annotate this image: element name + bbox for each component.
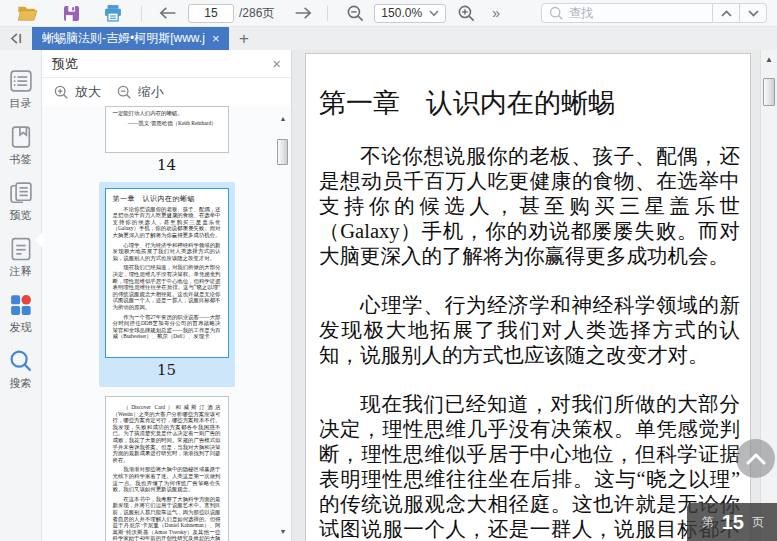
search-input[interactable] bbox=[569, 6, 699, 20]
thumbnail-scrollbar[interactable]: ▲ ▼ bbox=[276, 106, 290, 541]
open-file-button[interactable] bbox=[16, 3, 38, 23]
toolbar-separator bbox=[141, 6, 142, 21]
scroll-down-arrow-icon[interactable]: ▼ bbox=[276, 527, 290, 537]
thumb15-paragraph: 不论你想说服你的老板、孩子、配偶，还是想动员千百万人吃更健康的食物、在选举中支持… bbox=[113, 206, 221, 239]
preview-panel-tools: 放大 缩小 bbox=[42, 78, 291, 106]
thumbnail-zoom-out-label[interactable]: 缩小 bbox=[138, 83, 164, 101]
toolbar-separator bbox=[327, 6, 328, 21]
collapse-left-icon bbox=[8, 31, 25, 46]
thumb15-paragraph: 现在我们已经知道，对我们所做的大部分决定，理性思维几乎没有决策权。单凭感觉判断，… bbox=[113, 264, 221, 310]
window-body: 目录 书签 bbox=[0, 50, 777, 541]
page-indicator-badge: 第 15 页 bbox=[687, 503, 777, 541]
next-page-button[interactable] bbox=[294, 5, 313, 21]
sidebar-item-discover[interactable]: 发现 bbox=[8, 292, 34, 335]
main-toolbar: /286页 150.0% bbox=[0, 0, 777, 27]
collapse-sidebar-button[interactable] bbox=[0, 27, 32, 50]
more-tools-button[interactable]: » bbox=[492, 5, 500, 21]
pages-preview-icon bbox=[8, 180, 34, 206]
sidebar-item-bookmarks[interactable]: 书签 bbox=[8, 124, 34, 167]
thumbnail-list: 一定能打动人们内在的蜥蜴。 ——凯文·雷恩哈德（Keith Reinhard） … bbox=[42, 106, 291, 541]
chapter-number: 第一章 bbox=[319, 88, 400, 118]
preview-panel: 预览 × 放大 bbox=[42, 50, 292, 541]
document-scrollbar-thumb[interactable] bbox=[763, 78, 775, 106]
thumbnail-page-15-selected[interactable]: 第一章 认识内在的蜥蜴 不论你想说服你的老板、孩子、配偶，还是想动员千百万人吃更… bbox=[99, 182, 235, 387]
bookmark-icon bbox=[8, 124, 34, 150]
document-view: 第一章 认识内在的蜥蜴 不论你想说服你的老板、孩子、配偶，还是想动员千百万人吃更… bbox=[292, 50, 777, 541]
active-panel-notch bbox=[35, 232, 43, 248]
thumbnail-page-16[interactable]: （Discover Card）和威斯汀酒店（Westin）之类的大客户分析哪些方… bbox=[42, 396, 291, 541]
new-tab-button[interactable]: + bbox=[229, 27, 259, 50]
next-match-button[interactable] bbox=[740, 3, 767, 23]
thumbnail-page-number: 15 bbox=[104, 358, 230, 387]
close-panel-icon[interactable]: × bbox=[272, 56, 281, 71]
zoom-out-button[interactable] bbox=[346, 4, 365, 23]
search-group bbox=[541, 3, 767, 23]
document-paragraph: 现在我们已经知道，对我们所做的大部分决定，理性思维几乎没有决策权。单凭感觉判断，… bbox=[319, 392, 740, 541]
chevron-down-icon bbox=[748, 10, 759, 17]
magnifier-minus-icon bbox=[346, 4, 365, 23]
magnifier-plus-icon bbox=[457, 4, 476, 23]
thumb14-text: 一定能打动人们内在的蜥蜴。 bbox=[113, 110, 221, 117]
thumbnail-zoom-out-button[interactable] bbox=[117, 85, 132, 100]
thumb16-paragraph: 我渐渐对那些将大脑中的隐秘区域暴露于光线下的科学家着了迷。人类这是第一次做到这一… bbox=[113, 466, 221, 492]
print-button[interactable] bbox=[103, 3, 123, 23]
sidebar-item-search[interactable]: 搜索 bbox=[8, 348, 34, 391]
discover-icon bbox=[8, 292, 34, 318]
save-icon bbox=[62, 4, 81, 23]
zoom-level-select[interactable]: 150.0% bbox=[374, 4, 446, 23]
sidebar-item-preview[interactable]: 预览 bbox=[8, 180, 34, 223]
toc-icon bbox=[8, 68, 34, 94]
sidebar-item-label: 注释 bbox=[10, 264, 32, 279]
preview-panel-title: 预览 bbox=[52, 55, 78, 73]
scroll-up-arrow-icon[interactable]: ▲ bbox=[276, 114, 290, 124]
page-indicator-suffix: 页 bbox=[752, 514, 764, 531]
thumb15-paragraph: 心理学、行为经济学和神经科学领域的新发现极大地拓展了我们对人类选择方式的认知，说… bbox=[113, 242, 221, 262]
navigation-sidebar: 目录 书签 bbox=[0, 50, 42, 541]
back-to-top-button[interactable] bbox=[736, 439, 775, 478]
folder-open-icon bbox=[16, 3, 38, 23]
scroll-up-arrow-icon[interactable]: ▲ bbox=[761, 55, 777, 64]
thumbnail-page-14[interactable]: 一定能打动人们内在的蜥蜴。 ——凯文·雷恩哈德（Keith Reinhard） … bbox=[42, 106, 291, 182]
chevron-down-icon bbox=[429, 10, 439, 17]
page-number-input[interactable] bbox=[188, 4, 234, 23]
tab-close-icon[interactable]: × bbox=[210, 32, 222, 45]
thumbnail-zoom-in-button[interactable] bbox=[54, 85, 69, 100]
save-button[interactable] bbox=[62, 4, 81, 23]
thumb16-paragraph: （Discover Card）和威斯汀酒店（Westin）之类的大客户分析哪些方… bbox=[113, 404, 221, 463]
thumb16-paragraph: 在这本书中，我考察了大脑科学方面的最新发现，并将它们运用于说服艺术中。直到目前，… bbox=[113, 496, 221, 541]
document-tab[interactable]: 蜥蜴脑法则-吉姆•柯明斯[www.j × bbox=[32, 27, 229, 50]
arrow-left-icon bbox=[158, 5, 177, 21]
previous-match-button[interactable] bbox=[713, 3, 740, 23]
thumbnail-scrollbar-thumb[interactable] bbox=[277, 139, 288, 165]
printer-icon bbox=[103, 3, 123, 23]
thumb15-paragraph: 作为一个有27年资历的职业说客——大部分时间担任DDB芝加哥分公司的首席战略决策… bbox=[113, 314, 221, 340]
page-indicator-number: 15 bbox=[722, 511, 744, 534]
sidebar-item-label: 目录 bbox=[10, 96, 32, 111]
page-indicator-prefix: 第 bbox=[702, 514, 714, 531]
arrow-right-icon bbox=[294, 5, 313, 21]
thumb15-title: 第一章 认识内在的蜥蜴 bbox=[113, 196, 221, 203]
sidebar-item-annotations[interactable]: 注释 bbox=[8, 236, 34, 279]
pdf-reader-window: /286页 150.0% bbox=[0, 0, 777, 541]
thumbnail-page-number: 14 bbox=[42, 153, 291, 182]
tab-bar: 蜥蜴脑法则-吉姆•柯明斯[www.j × + bbox=[0, 27, 777, 50]
document-page[interactable]: 第一章 认识内在的蜥蜴 不论你想说服你的老板、孩子、配偶，还是想动员千百万人吃更… bbox=[305, 53, 751, 541]
document-body: 不论你想说服你的老板、孩子、配偶，还是想动员千百万人吃更健康的食物、在选举中支持… bbox=[319, 144, 740, 541]
search-field[interactable] bbox=[541, 3, 713, 23]
chapter-name: 认识内在的蜥蜴 bbox=[426, 88, 615, 118]
thumb14-attribution: ——凯文·雷恩哈德（Keith Reinhard） bbox=[113, 120, 221, 127]
sidebar-item-label: 预览 bbox=[10, 208, 32, 223]
chapter-title: 第一章 认识内在的蜥蜴 bbox=[319, 88, 740, 118]
sidebar-item-toc[interactable]: 目录 bbox=[8, 68, 34, 111]
previous-page-button[interactable] bbox=[158, 5, 177, 21]
preview-panel-header: 预览 × bbox=[42, 50, 291, 78]
sidebar-item-label: 书签 bbox=[10, 152, 32, 167]
thumbnail-zoom-in-label[interactable]: 放大 bbox=[75, 83, 101, 101]
zoom-in-button[interactable] bbox=[457, 4, 476, 23]
note-icon bbox=[8, 236, 34, 262]
sidebar-item-label: 搜索 bbox=[10, 376, 32, 391]
search-blue-icon bbox=[8, 348, 34, 374]
zoom-level-value: 150.0% bbox=[381, 6, 429, 20]
sidebar-item-label: 发现 bbox=[10, 320, 32, 335]
search-icon bbox=[549, 6, 564, 21]
